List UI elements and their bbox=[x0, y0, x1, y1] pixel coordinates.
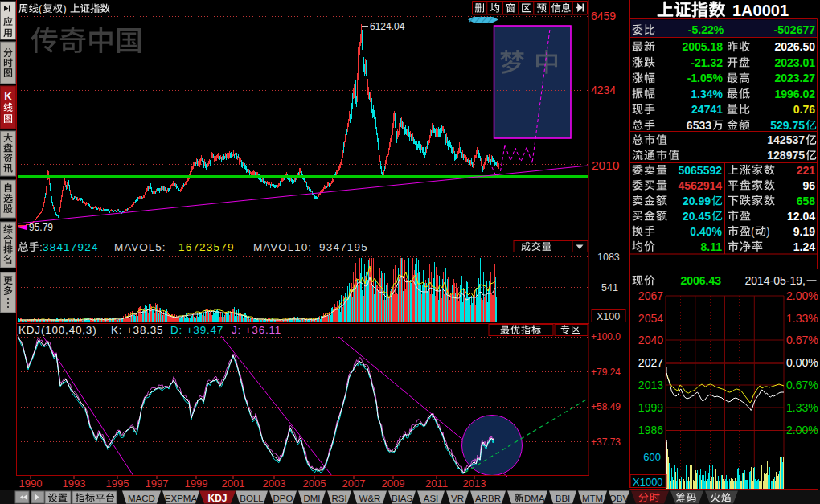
svg-text:20.45: 20.45 bbox=[683, 210, 711, 223]
svg-text:1.24: 1.24 bbox=[793, 240, 815, 253]
svg-text:BIAS: BIAS bbox=[392, 494, 413, 503]
svg-text:ARBR: ARBR bbox=[475, 494, 501, 503]
svg-text:2007: 2007 bbox=[342, 477, 366, 490]
svg-text:MACD: MACD bbox=[128, 494, 155, 503]
svg-text:MTM: MTM bbox=[582, 494, 603, 503]
svg-text:0.67%: 0.67% bbox=[786, 379, 818, 391]
svg-text:4234: 4234 bbox=[591, 84, 616, 96]
svg-text:2026.50: 2026.50 bbox=[774, 40, 815, 53]
svg-text:142537: 142537 bbox=[767, 133, 805, 146]
svg-text:2.00%: 2.00% bbox=[786, 424, 818, 436]
svg-text:VR: VR bbox=[451, 494, 464, 503]
svg-text:5065592: 5065592 bbox=[678, 164, 722, 177]
svg-text:24741: 24741 bbox=[691, 103, 723, 116]
svg-text:W&R: W&R bbox=[359, 494, 381, 503]
svg-text:-21.32: -21.32 bbox=[691, 56, 723, 69]
svg-text:-502677: -502677 bbox=[774, 23, 816, 36]
svg-text:658: 658 bbox=[797, 195, 816, 207]
svg-text:2011: 2011 bbox=[425, 477, 448, 490]
svg-text:1999: 1999 bbox=[185, 477, 208, 490]
svg-text:ASI: ASI bbox=[424, 494, 439, 503]
svg-text:): ) bbox=[64, 3, 67, 14]
svg-text:(: ( bbox=[751, 225, 755, 238]
svg-text:16723579: 16723579 bbox=[178, 241, 235, 253]
svg-text:DPO: DPO bbox=[273, 494, 293, 503]
svg-text:KDJ(100,40,3): KDJ(100,40,3) bbox=[18, 324, 96, 336]
svg-text:1996.02: 1996.02 bbox=[774, 88, 815, 100]
svg-text:DMA: DMA bbox=[524, 494, 545, 503]
svg-text:2009: 2009 bbox=[382, 477, 405, 490]
svg-text:9347195: 9347195 bbox=[319, 241, 368, 253]
svg-text:0.00%: 0.00% bbox=[786, 356, 818, 369]
svg-text:20.99: 20.99 bbox=[683, 195, 711, 207]
svg-text:+79.24: +79.24 bbox=[591, 367, 621, 378]
svg-text:X1000: X1000 bbox=[633, 476, 663, 488]
svg-text:0.67%: 0.67% bbox=[786, 334, 818, 346]
svg-text:D: +39.47: D: +39.47 bbox=[170, 324, 223, 336]
svg-text:2001: 2001 bbox=[222, 477, 245, 490]
svg-text:1A0001: 1A0001 bbox=[732, 2, 789, 19]
svg-text:12.04: 12.04 bbox=[787, 210, 815, 223]
svg-text:1.33%: 1.33% bbox=[786, 312, 818, 325]
svg-text:KDJ: KDJ bbox=[207, 493, 227, 504]
svg-text:X100: X100 bbox=[597, 311, 620, 322]
svg-text:OBV: OBV bbox=[609, 494, 629, 503]
svg-text:+100.0: +100.0 bbox=[591, 331, 621, 342]
svg-text:-1.05%: -1.05% bbox=[687, 72, 724, 84]
svg-text:1993: 1993 bbox=[63, 477, 86, 490]
svg-text:2014-05-19,: 2014-05-19, bbox=[744, 274, 806, 287]
svg-text:K: K bbox=[4, 90, 12, 102]
svg-text:6533: 6533 bbox=[687, 119, 711, 132]
svg-text:2023.27: 2023.27 bbox=[774, 72, 815, 84]
svg-text:2010: 2010 bbox=[592, 158, 620, 172]
svg-text:221: 221 bbox=[797, 164, 816, 177]
svg-text:BOLL: BOLL bbox=[240, 494, 264, 503]
svg-text:2040: 2040 bbox=[638, 334, 663, 346]
svg-text:K: +38.35: K: +38.35 bbox=[111, 324, 163, 336]
svg-text:2003: 2003 bbox=[263, 477, 286, 490]
svg-text:2067: 2067 bbox=[638, 289, 663, 302]
svg-text:2027: 2027 bbox=[638, 356, 663, 369]
svg-text:9.19: 9.19 bbox=[793, 225, 815, 238]
svg-text:600: 600 bbox=[643, 451, 661, 463]
svg-text:J: +36.11: J: +36.11 bbox=[232, 324, 281, 336]
svg-text:+37.73: +37.73 bbox=[591, 436, 621, 448]
svg-text:1995: 1995 bbox=[106, 477, 129, 490]
svg-text:2013: 2013 bbox=[638, 379, 663, 391]
svg-text:96: 96 bbox=[802, 179, 815, 192]
svg-text:DMI: DMI bbox=[303, 494, 320, 503]
svg-text:MAVOL5:: MAVOL5: bbox=[114, 241, 166, 253]
svg-text:4562914: 4562914 bbox=[678, 179, 722, 192]
svg-text:2005: 2005 bbox=[303, 477, 326, 490]
svg-text:1083: 1083 bbox=[597, 252, 620, 263]
svg-text:2023.01: 2023.01 bbox=[774, 56, 815, 69]
svg-text:2006.43: 2006.43 bbox=[680, 274, 721, 287]
svg-text:2054: 2054 bbox=[638, 312, 663, 325]
svg-text:128975: 128975 bbox=[767, 149, 805, 162]
svg-text:6459: 6459 bbox=[591, 10, 616, 23]
svg-text:1997: 1997 bbox=[146, 477, 169, 490]
svg-text:541: 541 bbox=[601, 282, 618, 293]
svg-text:8.11: 8.11 bbox=[701, 240, 723, 253]
svg-text:+58.49: +58.49 bbox=[591, 401, 621, 412]
svg-text:BBI: BBI bbox=[556, 494, 571, 503]
svg-text:6124.04: 6124.04 bbox=[370, 21, 405, 32]
svg-text:529.75: 529.75 bbox=[770, 119, 805, 132]
svg-text:1.34%: 1.34% bbox=[691, 88, 723, 100]
svg-text:1999: 1999 bbox=[638, 401, 663, 414]
svg-text:2005.18: 2005.18 bbox=[682, 40, 723, 53]
svg-text:RSI: RSI bbox=[331, 494, 346, 503]
svg-text:-5.22%: -5.22% bbox=[688, 23, 724, 36]
svg-text:1990: 1990 bbox=[19, 477, 43, 490]
svg-text:EXPMA: EXPMA bbox=[165, 494, 198, 503]
svg-text:0.76: 0.76 bbox=[793, 103, 815, 116]
svg-text:): ) bbox=[766, 225, 770, 238]
svg-text:1986: 1986 bbox=[638, 424, 663, 436]
svg-text:2013: 2013 bbox=[463, 477, 486, 490]
svg-text:95.79: 95.79 bbox=[29, 222, 53, 233]
svg-text:38417924: 38417924 bbox=[43, 241, 99, 253]
svg-text:1.33%: 1.33% bbox=[786, 401, 818, 414]
svg-text:0.40%: 0.40% bbox=[690, 225, 722, 238]
svg-text:MAVOL10:: MAVOL10: bbox=[253, 241, 312, 253]
svg-text:2.00%: 2.00% bbox=[786, 289, 818, 302]
